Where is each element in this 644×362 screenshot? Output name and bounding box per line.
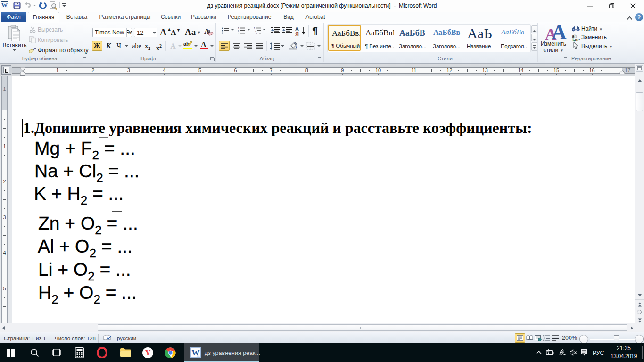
svg-text:3: 3 bbox=[238, 33, 239, 35]
svg-text:W: W bbox=[192, 348, 200, 357]
svg-text:i: i bbox=[256, 32, 257, 34]
